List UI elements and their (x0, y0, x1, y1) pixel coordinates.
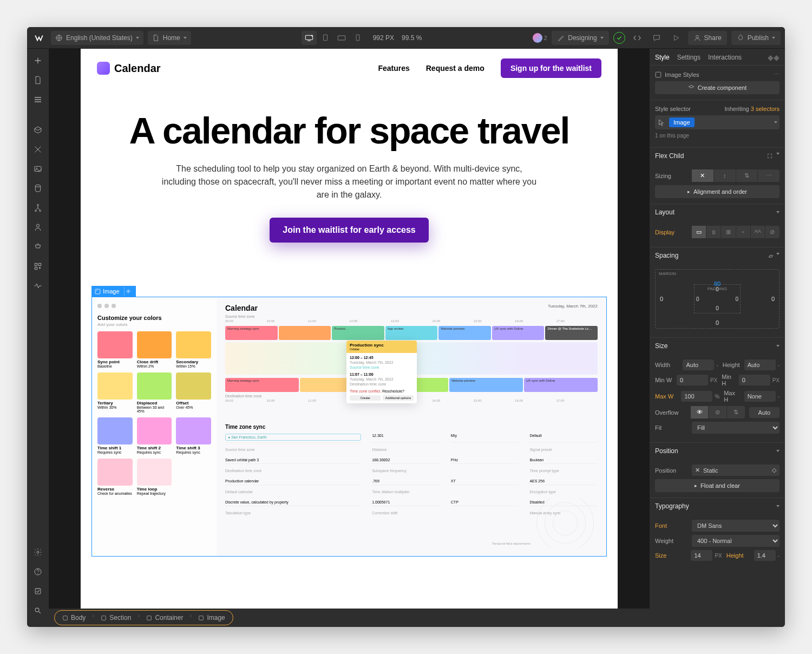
nav-cta-button[interactable]: Sign up for the waitlist (501, 58, 601, 78)
display-flex-icon[interactable]: ⫼ (706, 226, 721, 238)
chevron-down-icon[interactable] (774, 121, 777, 123)
selection-label[interactable]: Image (91, 286, 136, 297)
settings-icon[interactable] (30, 545, 45, 560)
padding-bottom-value[interactable]: 0 (716, 305, 719, 311)
overflow-hidden-icon[interactable]: ⊘ (709, 406, 727, 418)
float-clear-button[interactable]: ▸Float and clear (655, 479, 780, 492)
mode-switcher[interactable]: Designing (552, 31, 608, 45)
nav-link-features[interactable]: Features (378, 64, 409, 73)
overflow-scroll-icon[interactable]: ⇅ (727, 406, 745, 418)
expand-icon[interactable] (767, 153, 773, 159)
margin-right-value[interactable]: 0 (771, 296, 775, 302)
font-size-input[interactable] (691, 550, 712, 561)
tab-interactions[interactable]: Interactions (708, 54, 742, 61)
webflow-logo-icon[interactable] (31, 30, 47, 45)
apps-icon[interactable] (30, 259, 45, 274)
selector-tag[interactable]: Image (669, 117, 695, 127)
line-height-input[interactable] (754, 550, 776, 561)
maxw-input[interactable] (681, 391, 712, 402)
section-size[interactable]: Size (655, 342, 667, 350)
publish-button[interactable]: Publish (731, 31, 781, 45)
padding-left-value[interactable]: 0 (696, 296, 699, 302)
nav-link-demo[interactable]: Request a demo (426, 64, 484, 73)
collaborator-avatar[interactable]: 2 (532, 31, 547, 45)
chevron-down-icon[interactable] (776, 505, 780, 507)
sizing-more-icon[interactable]: ⋯ (758, 169, 780, 182)
tab-settings[interactable]: Settings (677, 54, 700, 61)
chevron-down-icon[interactable] (776, 211, 780, 213)
spacing-editor[interactable]: MARGIN 80 0 0 0 PADDING 0 00 0 (655, 269, 780, 329)
ecommerce-icon[interactable] (30, 239, 45, 254)
breakpoint-landscape-icon[interactable] (334, 31, 349, 45)
status-check-icon[interactable] (613, 32, 625, 44)
breadcrumb-body[interactable]: Body (57, 612, 91, 624)
navigator-icon[interactable] (30, 92, 45, 107)
section-spacing[interactable]: Spacing (655, 252, 678, 259)
display-inline-icon[interactable]: AA (751, 226, 765, 238)
height-input[interactable] (744, 359, 776, 370)
fit-select[interactable]: Fill (692, 422, 780, 434)
code-icon[interactable] (630, 31, 645, 45)
assets-icon[interactable] (30, 161, 45, 176)
alignment-order-button[interactable]: ▸Alignment and order (655, 185, 780, 198)
chevron-down-icon[interactable] (776, 345, 780, 347)
components-icon[interactable] (30, 122, 45, 138)
display-grid-icon[interactable]: ⊞ (721, 226, 736, 238)
overflow-segmented[interactable]: 👁 ⊘ ⇅ (691, 406, 745, 418)
spacing-preset-icon[interactable]: ▱ (769, 253, 773, 259)
breadcrumb-container[interactable]: Container (141, 612, 188, 624)
activity-icon[interactable] (30, 278, 45, 293)
breadcrumb-image[interactable]: Image (193, 612, 230, 624)
hero-heading[interactable]: A calendar for space travel (102, 109, 596, 152)
comment-icon[interactable] (649, 31, 664, 45)
minw-input[interactable] (677, 375, 708, 385)
audit-icon[interactable] (30, 584, 45, 599)
font-select[interactable]: DM Sans (692, 520, 780, 532)
hero-cta-button[interactable]: Join the waitlist for early access (270, 218, 428, 243)
raindrops-icon[interactable]: ◆◆ (768, 53, 780, 62)
page-selector[interactable]: Home (148, 31, 191, 45)
chevron-down-icon[interactable] (776, 153, 780, 155)
variables-icon[interactable] (30, 142, 45, 157)
weight-select[interactable]: 400 - Normal (692, 535, 780, 547)
sizing-segmented[interactable]: ✕ ↕ ⇅ ⋯ (692, 169, 780, 182)
chevron-down-icon[interactable] (776, 450, 780, 452)
maxh-input[interactable] (744, 391, 776, 402)
display-inlineblock-icon[interactable]: ▫ (736, 226, 751, 238)
pages-icon[interactable] (30, 73, 45, 88)
search-icon[interactable] (30, 603, 45, 618)
chevron-down-icon[interactable] (776, 253, 780, 255)
section-flex-child[interactable]: Flex Child (655, 152, 684, 160)
help-icon[interactable] (30, 564, 45, 579)
margin-left-value[interactable]: 0 (660, 296, 663, 302)
overflow-auto[interactable]: Auto (749, 407, 780, 418)
locale-selector[interactable]: English (United States) (51, 31, 143, 45)
logic-icon[interactable] (30, 200, 45, 215)
sizing-shrink-icon[interactable]: ✕ (692, 169, 714, 182)
design-canvas[interactable]: Calendar Features Request a demo Sign up… (49, 49, 650, 627)
breakpoint-mobile-icon[interactable] (350, 31, 365, 45)
section-position[interactable]: Position (655, 447, 678, 455)
share-button[interactable]: Share (688, 31, 727, 45)
add-icon[interactable] (30, 53, 45, 68)
page-body[interactable]: Calendar Features Request a demo Sign up… (81, 49, 618, 609)
preview-icon[interactable] (669, 31, 684, 45)
cms-icon[interactable] (30, 181, 45, 196)
gear-icon[interactable] (124, 287, 133, 296)
users-icon[interactable] (30, 220, 45, 235)
display-block-icon[interactable]: ▭ (692, 226, 706, 238)
position-select[interactable]: ✕ Static◇ (692, 465, 780, 476)
tab-style[interactable]: Style (655, 54, 670, 61)
sizing-grow-icon[interactable]: ↕ (714, 169, 736, 182)
width-input[interactable] (683, 359, 714, 370)
section-layout[interactable]: Layout (655, 208, 675, 216)
padding-right-value[interactable]: 0 (735, 296, 738, 302)
section-typography[interactable]: Typography (655, 502, 689, 510)
breakpoint-tablet-icon[interactable] (318, 31, 333, 45)
sizing-none-icon[interactable]: ⇅ (736, 169, 758, 182)
hero-body[interactable]: The scheduling tool to help you stay org… (160, 162, 539, 201)
overflow-visible-icon[interactable]: 👁 (691, 406, 709, 418)
display-segmented[interactable]: ▭ ⫼ ⊞ ▫ AA ⊘ (692, 226, 780, 238)
more-icon[interactable]: ⋯ (774, 71, 780, 78)
breadcrumb-section[interactable]: Section (95, 612, 136, 624)
